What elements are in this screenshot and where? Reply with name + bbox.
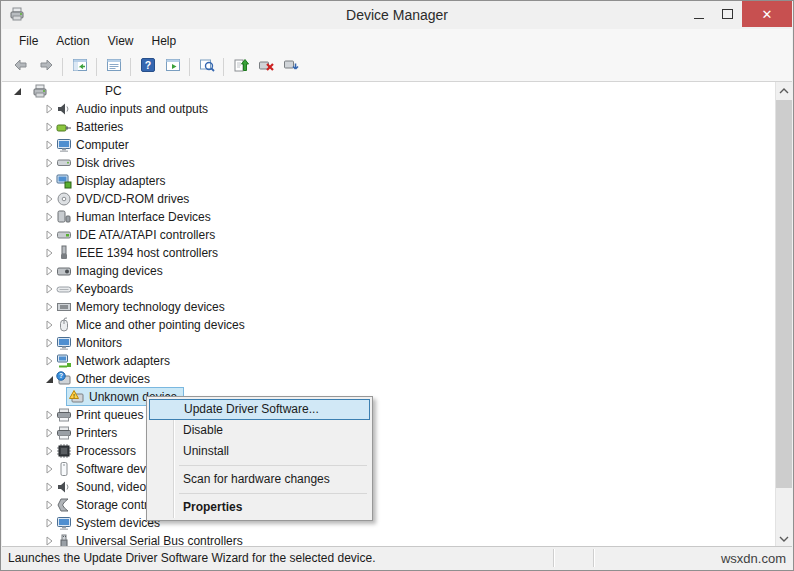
expand-icon[interactable] bbox=[42, 354, 56, 368]
tree-item-print-queues[interactable]: Print queues bbox=[2, 406, 792, 424]
expand-icon[interactable] bbox=[42, 120, 56, 134]
tree-item-system-devices[interactable]: System devices bbox=[2, 514, 792, 532]
expand-icon[interactable] bbox=[42, 192, 56, 206]
memory-icon bbox=[56, 299, 72, 315]
device-question-icon: ? bbox=[56, 371, 72, 387]
tree-item-other-devices[interactable]: ?Other devices bbox=[2, 370, 792, 388]
ide-controller-icon bbox=[56, 227, 72, 243]
collapse-icon[interactable] bbox=[42, 372, 56, 386]
tree-item-unknown-device[interactable]: !Unknown device bbox=[2, 388, 792, 406]
menu-help[interactable]: Help bbox=[143, 30, 186, 52]
row-content: Keyboards bbox=[56, 280, 133, 298]
properties-button[interactable] bbox=[101, 55, 126, 79]
scan-hardware-changes-button[interactable] bbox=[278, 55, 303, 79]
tree-item-mice-and-other-pointing-devices[interactable]: Mice and other pointing devices bbox=[2, 316, 792, 334]
context-menu-item-update-driver-software[interactable]: Update Driver Software... bbox=[149, 399, 370, 420]
expand-icon[interactable] bbox=[42, 480, 56, 494]
expand-icon[interactable] bbox=[42, 408, 56, 422]
tree-item-disk-drives[interactable]: Disk drives bbox=[2, 154, 792, 172]
tree-item-pc[interactable]: PC bbox=[2, 82, 792, 100]
expand-icon[interactable] bbox=[42, 336, 56, 350]
context-menu-item-properties[interactable]: Properties bbox=[149, 497, 370, 518]
tree-item-human-interface-devices[interactable]: Human Interface Devices bbox=[2, 208, 792, 226]
help-button[interactable]: ? bbox=[135, 55, 160, 79]
forward-arrow-icon bbox=[38, 57, 54, 77]
context-menu-separator bbox=[179, 493, 367, 494]
tree-item-label: Display adapters bbox=[76, 174, 165, 188]
tree-item-label: Human Interface Devices bbox=[76, 210, 211, 224]
show-console-tree-button[interactable] bbox=[67, 55, 92, 79]
menu-file[interactable]: File bbox=[10, 30, 47, 52]
tree-item-memory-technology-devices[interactable]: Memory technology devices bbox=[2, 298, 792, 316]
expand-icon[interactable] bbox=[42, 300, 56, 314]
speaker-icon bbox=[56, 479, 72, 495]
update-driver-button[interactable] bbox=[228, 55, 253, 79]
menu-view[interactable]: View bbox=[99, 30, 143, 52]
expand-icon[interactable] bbox=[42, 156, 56, 170]
back-button[interactable] bbox=[8, 55, 33, 79]
row-content: Print queues bbox=[56, 406, 143, 424]
battery-icon bbox=[56, 119, 72, 135]
tree-item-label: Keyboards bbox=[76, 282, 133, 296]
scan-hardware-icon bbox=[283, 57, 299, 77]
expand-icon[interactable] bbox=[42, 246, 56, 260]
printer-icon bbox=[56, 425, 72, 441]
vertical-scrollbar[interactable] bbox=[775, 82, 792, 547]
tree-item-monitors[interactable]: Monitors bbox=[2, 334, 792, 352]
tree-item-imaging-devices[interactable]: Imaging devices bbox=[2, 262, 792, 280]
tree-item-dvd-cd-rom-drives[interactable]: DVD/CD-ROM drives bbox=[2, 190, 792, 208]
statusbar: Launches the Update Driver Software Wiza… bbox=[2, 546, 792, 569]
menu-action[interactable]: Action bbox=[47, 30, 98, 52]
context-menu-item-scan-for-hardware-changes[interactable]: Scan for hardware changes bbox=[149, 469, 370, 490]
tree-item-batteries[interactable]: Batteries bbox=[2, 118, 792, 136]
minimize-button[interactable] bbox=[684, 1, 713, 27]
update-driver-icon bbox=[233, 57, 249, 77]
scan-button[interactable] bbox=[194, 55, 219, 79]
expand-icon[interactable] bbox=[42, 264, 56, 278]
expand-icon[interactable] bbox=[42, 282, 56, 296]
tree-item-printers[interactable]: Printers bbox=[2, 424, 792, 442]
tree-item-network-adapters[interactable]: Network adapters bbox=[2, 352, 792, 370]
tree-item-software-devices[interactable]: Software devices bbox=[2, 460, 792, 478]
expand-icon[interactable] bbox=[42, 498, 56, 512]
titlebar: Device Manager ✕ bbox=[1, 1, 793, 29]
expand-icon[interactable] bbox=[42, 228, 56, 242]
tree-item-audio-inputs-and-outputs[interactable]: Audio inputs and outputs bbox=[2, 100, 792, 118]
tree-item-ide-ata-atapi-controllers[interactable]: IDE ATA/ATAPI controllers bbox=[2, 226, 792, 244]
context-menu-item-uninstall[interactable]: Uninstall bbox=[149, 441, 370, 462]
tree-item-label: Processors bbox=[76, 444, 136, 458]
expand-icon[interactable] bbox=[42, 138, 56, 152]
tree-item-ieee-1394-host-controllers[interactable]: IEEE 1394 host controllers bbox=[2, 244, 792, 262]
tree-item-display-adapters[interactable]: Display adapters bbox=[2, 172, 792, 190]
scrollbar-thumb[interactable] bbox=[776, 100, 792, 488]
row-content: Disk drives bbox=[56, 154, 135, 172]
expand-icon[interactable] bbox=[42, 516, 56, 530]
toolbar-separator bbox=[189, 58, 190, 76]
expand-icon[interactable] bbox=[42, 174, 56, 188]
device-tree: PCAudio inputs and outputsBatteriesCompu… bbox=[2, 82, 792, 547]
close-button[interactable]: ✕ bbox=[742, 1, 792, 27]
expand-icon[interactable] bbox=[42, 210, 56, 224]
row-content: System devices bbox=[56, 514, 160, 532]
tree-item-sound-video-and-game-controllers[interactable]: Sound, video and game controllers bbox=[2, 478, 792, 496]
expand-icon[interactable] bbox=[42, 462, 56, 476]
expand-icon[interactable] bbox=[42, 444, 56, 458]
tree-item-storage-controllers[interactable]: Storage controllers bbox=[2, 496, 792, 514]
expand-icon[interactable] bbox=[42, 318, 56, 332]
tree-item-computer[interactable]: Computer bbox=[2, 136, 792, 154]
expand-icon[interactable] bbox=[42, 102, 56, 116]
scroll-down-button[interactable] bbox=[776, 530, 792, 547]
action-pane-button[interactable] bbox=[160, 55, 185, 79]
forward-button[interactable] bbox=[33, 55, 58, 79]
scroll-up-button[interactable] bbox=[776, 82, 792, 99]
collapse-icon[interactable] bbox=[10, 84, 24, 98]
tree-item-universal-serial-bus-controllers[interactable]: Universal Serial Bus controllers bbox=[2, 532, 792, 547]
monitor-icon bbox=[56, 335, 72, 351]
expand-icon[interactable] bbox=[42, 426, 56, 440]
row-content: IDE ATA/ATAPI controllers bbox=[56, 226, 215, 244]
uninstall-button[interactable] bbox=[253, 55, 278, 79]
tree-item-keyboards[interactable]: Keyboards bbox=[2, 280, 792, 298]
maximize-button[interactable] bbox=[713, 1, 742, 27]
context-menu-item-disable[interactable]: Disable bbox=[149, 420, 370, 441]
tree-item-processors[interactable]: Processors bbox=[2, 442, 792, 460]
